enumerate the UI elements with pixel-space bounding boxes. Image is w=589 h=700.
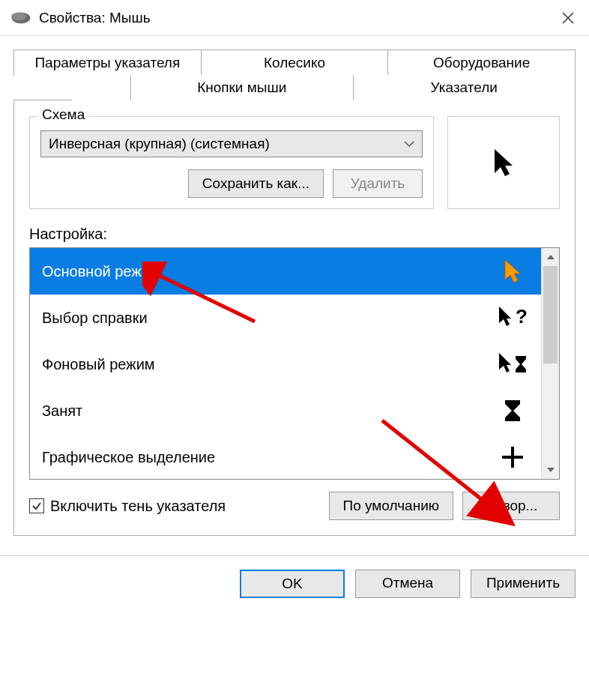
close-icon — [562, 12, 574, 24]
cursor-preview — [447, 116, 560, 209]
save-as-button[interactable]: Сохранить как... — [188, 169, 324, 198]
close-button[interactable] — [550, 0, 586, 36]
list-item-background[interactable]: Фоновый режим — [30, 341, 541, 387]
dialog-buttons: OK Отмена Применить — [0, 556, 589, 612]
delete-button: Удалить — [333, 169, 423, 198]
settings-label: Настройка: — [29, 226, 560, 243]
scroll-track[interactable] — [542, 266, 559, 461]
pointer-icon — [490, 146, 517, 179]
scheme-legend: Схема — [37, 106, 89, 123]
pointer-busy-icon — [496, 351, 529, 377]
tabs: Параметры указателя Колесико Оборудовани… — [13, 49, 576, 536]
shadow-checkbox-label: Включить тень указателя — [50, 498, 226, 515]
hourglass-icon — [496, 398, 529, 423]
list-item-precision[interactable]: Графическое выделение — [30, 434, 541, 479]
scroll-up-icon[interactable] — [542, 248, 559, 266]
crosshair-icon — [496, 445, 529, 469]
svg-text:?: ? — [516, 305, 528, 328]
list-item-help[interactable]: Выбор справки ? — [30, 295, 541, 341]
scrollbar[interactable] — [541, 248, 559, 479]
list-item-busy[interactable]: Занят — [30, 387, 541, 434]
svg-marker-7 — [547, 255, 555, 259]
mouse-icon — [10, 11, 31, 25]
tab-pointers[interactable]: Указатели — [354, 75, 576, 100]
tab-mouse-buttons[interactable]: Кнопки мыши — [130, 75, 354, 100]
tab-hardware[interactable]: Оборудование — [388, 49, 576, 76]
shadow-checkbox[interactable]: Включить тень указателя — [29, 498, 320, 515]
svg-marker-8 — [547, 468, 555, 472]
cursor-list: Основной режим Выбор справки ? — [29, 247, 560, 480]
scheme-dropdown[interactable]: Инверсная (крупная) (системная) — [40, 130, 423, 157]
browse-button[interactable]: Обзор... — [462, 492, 560, 520]
cancel-button[interactable]: Отмена — [355, 570, 460, 598]
scroll-thumb[interactable] — [543, 266, 558, 363]
chevron-down-icon — [404, 141, 414, 147]
tab-pointer-params[interactable]: Параметры указателя — [13, 49, 202, 76]
scheme-selected: Инверсная (крупная) (системная) — [49, 136, 404, 152]
scheme-group: Схема Инверсная (крупная) (системная) Со… — [29, 116, 434, 209]
ok-button[interactable]: OK — [240, 570, 345, 598]
default-button[interactable]: По умолчанию — [329, 492, 454, 520]
titlebar: Свойства: Мышь — [0, 0, 589, 36]
apply-button[interactable]: Применить — [471, 570, 576, 598]
pointer-orange-icon — [496, 258, 529, 285]
svg-point-1 — [11, 12, 26, 20]
window-title: Свойства: Мышь — [39, 10, 550, 26]
list-item-main[interactable]: Основной режим — [30, 248, 541, 295]
checkbox-icon — [29, 498, 44, 513]
scroll-down-icon[interactable] — [542, 461, 559, 479]
tab-wheel[interactable]: Колесико — [202, 49, 389, 76]
pointer-help-icon: ? — [496, 305, 529, 331]
